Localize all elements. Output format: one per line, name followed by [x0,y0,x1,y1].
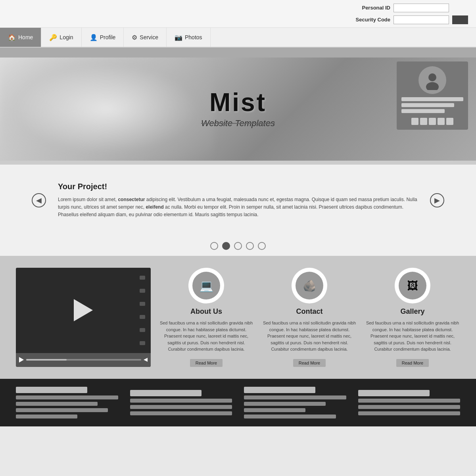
hero-text-area: Mist Website Templates [201,90,275,129]
gallery-read-more[interactable]: Read More [396,359,429,367]
video-screen [16,268,151,353]
security-code-input[interactable] [393,15,449,24]
nav-login[interactable]: 🔑 Login [41,28,81,47]
hero-section: Mist Website Templates [0,58,476,161]
nav-service[interactable]: ⚙ Service [124,28,167,47]
dot-5[interactable] [258,242,266,250]
footer-bar-4b [358,405,461,409]
bottom-section: 💻 About Us Sed faucibus urna a nisl soll… [0,256,476,379]
hero-title: Mist [201,90,275,115]
footer-title-bar-4 [358,390,430,396]
home-icon: 🏠 [8,34,16,41]
gallery-title: Gallery [400,307,424,316]
filmstrip-hole-1 [140,276,145,280]
personal-id-row: Personal ID [351,4,468,12]
footer-bar-3a [244,395,346,399]
filmstrip-hole-4 [140,315,145,319]
nav-profile-label: Profile [100,34,116,40]
prev-button[interactable]: ◀ [32,193,46,207]
section-separator-1 [0,161,476,165]
gallery-icon: 🖼 [399,272,426,299]
contact-text: Sed faucibus urna a nisl sollicitudin gr… [262,320,357,353]
profile-small-bar-2 [420,118,427,125]
filmstrip [140,268,147,353]
nav-photos-label: Photos [185,34,202,40]
filmstrip-hole-5 [140,328,145,332]
video-progress-bar[interactable] [26,359,141,361]
footer-bar-4a [358,399,461,403]
dot-1[interactable] [210,242,218,250]
dot-3[interactable] [234,242,242,250]
footer-bar-2c [130,411,232,415]
security-code-label: Security Code [351,17,390,23]
profile-card [397,61,468,130]
profile-bar-1 [401,97,463,101]
about-us-text: Sed faucibus urna a nisl sollicitudin gr… [159,320,254,353]
filmstrip-hole-6 [140,341,145,345]
contact-column: 🪨 Contact Sed faucibus urna a nisl solli… [262,268,357,367]
next-button[interactable]: ▶ [430,193,444,207]
nav-profile[interactable]: 👤 Profile [82,28,124,47]
nav-service-label: Service [140,34,158,40]
top-bar: Personal ID Security Code [0,0,476,28]
gallery-column: 🖼 Gallery Sed faucibus urna a nisl solli… [365,268,460,367]
dot-4[interactable] [246,242,254,250]
volume-icon [144,358,148,362]
project-title: Your Project! [58,182,418,191]
video-play-button[interactable] [19,357,24,363]
personal-id-input[interactable] [393,4,449,12]
carousel-dots [0,236,476,256]
profile-small-bars [411,118,453,125]
profile-small-bar-3 [429,118,436,125]
footer-bar-2b [130,405,232,409]
footer-bar-1a [16,395,118,399]
hero-blur-overlay [0,58,214,161]
footer-bar-2a [130,399,232,403]
profile-small-bar-5 [446,118,453,125]
contact-read-more[interactable]: Read More [293,359,326,367]
login-icon: 🔑 [49,34,57,41]
contact-circle: 🪨 [292,268,327,303]
credentials-group: Personal ID Security Code [351,4,468,24]
footer-bar-1b [16,402,98,406]
project-section: ◀ Your Project! Lorem ipsum dolor sit am… [0,165,476,236]
footer-col-1 [16,387,118,418]
hero-subtitle: Website Templates [201,118,275,129]
profile-small-bar-1 [411,118,418,125]
security-code-row: Security Code [351,15,468,24]
video-progress-fill [26,359,67,361]
footer-bar-1d [16,415,77,418]
footer-bar-3c [244,408,305,412]
svg-point-1 [426,82,439,90]
gallery-circle: 🖼 [395,268,430,303]
footer-bar-3d [244,415,336,418]
project-text: Lorem ipsum dolor sit amet, consectetur … [58,196,418,219]
nav-home[interactable]: 🏠 Home [0,28,41,47]
navbar: 🏠 Home 🔑 Login 👤 Profile ⚙ Service 📷 Pho… [0,28,476,48]
contact-icon: 🪨 [296,272,323,299]
filmstrip-hole-2 [140,289,145,293]
profile-icon: 👤 [90,34,98,41]
footer [0,379,476,426]
dot-2[interactable] [222,242,230,250]
nav-login-label: Login [60,34,73,40]
profile-bars [401,97,463,113]
footer-title-bar-3 [244,387,315,393]
video-player[interactable] [16,268,151,367]
footer-col-4 [358,390,461,415]
about-us-read-more[interactable]: Read More [190,359,223,367]
nav-photos[interactable]: 📷 Photos [167,28,211,47]
gallery-text: Sed faucibus urna a nisl sollicitudin gr… [365,320,460,353]
security-submit-button[interactable] [452,15,468,24]
photos-icon: 📷 [175,34,182,41]
gray-band [0,48,476,58]
footer-bar-3b [244,402,326,406]
profile-small-bar-4 [438,118,445,125]
contact-title: Contact [296,307,323,316]
avatar [418,66,446,94]
personal-id-label: Personal ID [351,5,390,11]
service-icon: ⚙ [132,34,137,41]
nav-home-label: Home [18,34,33,40]
avatar-icon [422,70,442,90]
footer-col-2 [130,390,232,415]
